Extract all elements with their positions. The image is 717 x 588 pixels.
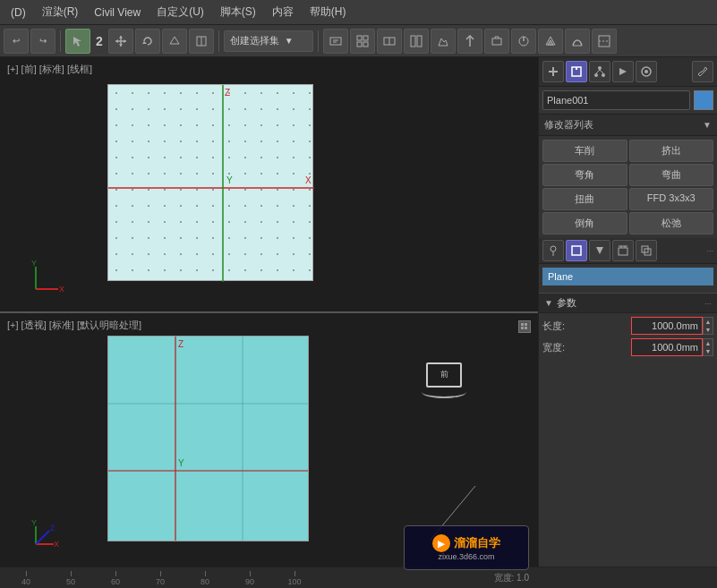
modifier-stack-item[interactable]: Plane (542, 268, 713, 285)
select-button[interactable] (65, 29, 90, 54)
mod-btn-jichu[interactable]: 挤出 (629, 140, 714, 162)
watermark-brand-name: 溜溜自学 (454, 535, 500, 551)
svg-marker-8 (170, 37, 179, 44)
ruler-tick-60 (115, 571, 116, 576)
param-width-down[interactable]: ▼ (704, 347, 713, 355)
tb-icon9[interactable] (538, 29, 563, 54)
rp-instance-btn[interactable] (636, 240, 657, 261)
tb-icon8[interactable] (511, 29, 536, 54)
ruler-mark-90: 90 (227, 571, 272, 586)
menu-item-custom[interactable]: 自定义(U) (149, 2, 211, 22)
svg-rect-56 (525, 323, 527, 326)
param-width-up[interactable]: ▲ (704, 339, 713, 347)
param-width-input[interactable] (631, 338, 703, 356)
persp-grid-plane: Z Y (107, 336, 309, 541)
tb-icon5[interactable] (431, 29, 456, 54)
param-row-length: 长度: ▲ ▼ (542, 317, 713, 335)
rp-toolbar (539, 57, 717, 87)
rp-wrench-btn[interactable] (692, 61, 713, 82)
tb-icon11[interactable] (592, 29, 617, 54)
toolbar: ↩ ↪ 2 创建选择集 ▼ (0, 25, 717, 57)
menu-item-help[interactable]: 帮助(H) (303, 2, 354, 22)
ruler-label-80: 80 (201, 577, 209, 586)
tb-icon6[interactable] (457, 29, 482, 54)
rotate-button[interactable] (135, 29, 160, 54)
mod-btn-wanqu[interactable]: 弯曲 (629, 164, 714, 186)
param-length-up[interactable]: ▲ (704, 318, 713, 326)
rp-toolbar2: ··· (539, 238, 717, 264)
rp-modifier-header[interactable]: 修改器列表 ▼ (539, 115, 717, 136)
bottom-ruler: 40 50 60 70 80 90 100 宽度: 1.0 (0, 567, 717, 588)
svg-rect-23 (492, 38, 501, 45)
menu-item-content[interactable]: 内容 (265, 2, 301, 22)
rp-delete-btn[interactable] (612, 240, 634, 261)
tb-icon4[interactable] (404, 29, 429, 54)
mod-btn-cheliao[interactable]: 车削 (542, 140, 627, 162)
param-width-label: 宽度: (542, 341, 565, 354)
ruler-label-100: 100 (287, 577, 301, 586)
ruler-label-90: 90 (245, 577, 254, 586)
rp-pin-btn[interactable] (542, 240, 564, 261)
ruler-tick-70 (160, 571, 161, 576)
viewport-perspective-label: [+] [透视] [标准] [默认明暗处理] (7, 319, 141, 332)
menu-item-render[interactable]: 渲染(R) (35, 2, 86, 22)
param-length-down[interactable]: ▼ (704, 326, 713, 334)
selection-set-dropdown[interactable]: 创建选择集 ▼ (224, 30, 313, 52)
svg-point-70 (644, 70, 648, 73)
scale-button[interactable] (162, 29, 187, 54)
menu-bar: (D) 渲染(R) Civil View 自定义(U) 脚本(S) 内容 帮助(… (0, 0, 717, 25)
param-width-spinner[interactable]: ▲ ▼ (703, 338, 713, 356)
viewport-resize-handle[interactable] (518, 320, 531, 333)
mod-btn-daojiao[interactable]: 倒角 (542, 212, 627, 234)
viewport-front[interactable]: [+] [前] [标准] [线框] X Z Y (0, 57, 538, 313)
ruler-marks: 40 50 60 70 80 90 100 (4, 567, 317, 588)
svg-rect-16 (357, 42, 362, 47)
ruler-tick-80 (205, 571, 206, 576)
tb-icon1[interactable] (323, 29, 348, 54)
rp-motion-btn[interactable] (612, 61, 634, 82)
param-length-spinner[interactable]: ▲ ▼ (703, 317, 713, 335)
rp-collapse-btn[interactable] (589, 240, 610, 261)
modifier-dropdown-arrow: ▼ (703, 120, 712, 130)
svg-rect-21 (417, 36, 422, 47)
svg-point-63 (598, 66, 602, 70)
rp-stack-btn[interactable] (566, 240, 587, 261)
svg-text:X: X (54, 540, 59, 549)
tb-icon7[interactable] (484, 29, 509, 54)
menu-item-script[interactable]: 脚本(S) (213, 2, 263, 22)
menu-item-d[interactable]: (D) (4, 4, 33, 21)
mod-btn-songchi[interactable]: 松弛 (629, 212, 714, 234)
param-length-input[interactable] (631, 317, 703, 335)
svg-text:Y: Y (31, 259, 37, 268)
rp-display-btn[interactable] (636, 61, 657, 82)
rp-hierarchy-btn[interactable] (589, 61, 610, 82)
mod-btn-wanjiao[interactable]: 弯角 (542, 164, 627, 186)
object-name-input[interactable] (542, 90, 690, 110)
mod-btn-niuqu[interactable]: 扭曲 (542, 188, 627, 210)
svg-marker-4 (119, 44, 123, 47)
svg-marker-3 (119, 36, 123, 38)
move-button[interactable] (108, 29, 133, 54)
svg-marker-68 (619, 68, 627, 75)
params-header-label: 参数 (557, 296, 576, 310)
tb-icon10[interactable] (565, 29, 590, 54)
undo-button[interactable]: ↩ (4, 29, 29, 54)
rp-params-header[interactable]: ▼ 参数 ··· (539, 293, 717, 313)
mod-btn-ffd[interactable]: FFD 3x3x3 (629, 188, 714, 210)
rp-modify-btn[interactable] (566, 61, 587, 82)
object-color-swatch[interactable] (694, 90, 713, 110)
transform-button[interactable] (189, 29, 214, 54)
menu-item-civil[interactable]: Civil View (87, 4, 148, 21)
svg-point-71 (551, 246, 556, 251)
tb-icon2[interactable] (350, 29, 375, 54)
camera-icon: 前 (422, 358, 466, 403)
front-axes-indicator: X Y (27, 258, 72, 303)
ruler-tick-40 (26, 571, 27, 576)
svg-text:Z: Z (178, 339, 184, 349)
redo-button[interactable]: ↪ (30, 29, 55, 54)
ruler-right-label: 宽度: 1.0 (494, 572, 529, 584)
rp-dots: ··· (706, 246, 713, 255)
rp-create-btn[interactable] (542, 61, 564, 82)
svg-rect-73 (572, 246, 581, 255)
tb-icon3[interactable] (377, 29, 402, 54)
